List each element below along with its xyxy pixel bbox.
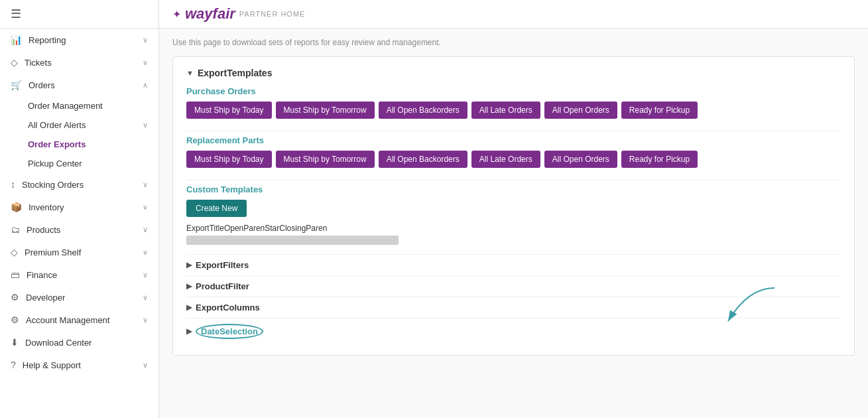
sidebar-item-tickets-label: Tickets: [25, 58, 52, 68]
sidebar-item-order-exports[interactable]: Order Exports: [0, 135, 158, 154]
export-columns-row[interactable]: ▶ ExportColumns: [186, 297, 841, 318]
export-panel: ▼ ExportTemplates Purchase Orders Must S…: [172, 56, 855, 356]
chevron-down-icon: ∨: [143, 121, 148, 129]
sidebar-item-orders[interactable]: 🛒 Orders ∧: [0, 74, 158, 96]
product-filter-label: ProductFilter: [196, 281, 249, 291]
all-open-orders-rp-button[interactable]: All Open Orders: [544, 151, 617, 168]
sidebar-item-finance-label: Finance: [27, 270, 57, 280]
custom-templates-section: Custom Templates Create New ExportTitleO…: [186, 184, 841, 245]
product-filter-row[interactable]: ▶ ProductFilter: [186, 275, 841, 297]
export-columns-label: ExportColumns: [196, 303, 260, 313]
chevron-down-icon: ∨: [143, 271, 148, 279]
export-filters-label: ExportFilters: [196, 260, 249, 270]
must-ship-tomorrow-rp-button[interactable]: Must Ship by Tomorrow: [276, 151, 375, 168]
chevron-down-icon: ∨: [143, 203, 148, 212]
sidebar-item-pickup-center[interactable]: Pickup Center: [0, 154, 158, 173]
sidebar-item-reporting-label: Reporting: [29, 35, 66, 45]
chevron-right-icon: ▶: [186, 327, 192, 336]
chevron-down-icon: ∨: [143, 361, 148, 370]
must-ship-today-po-button[interactable]: Must Ship by Today: [186, 102, 272, 119]
replacement-parts-title: Replacement Parts: [186, 135, 841, 145]
sidebar-item-order-management[interactable]: Order Management: [0, 96, 158, 115]
purchase-orders-buttons: Must Ship by Today Must Ship by Tomorrow…: [186, 102, 841, 119]
finance-icon: 🗃: [11, 269, 20, 280]
premium-shelf-icon: ◇: [11, 247, 18, 257]
content-area: Use this page to download sets of report…: [159, 29, 868, 418]
chevron-down-icon: ∨: [143, 180, 148, 189]
export-templates-header[interactable]: ▼ ExportTemplates: [186, 68, 841, 78]
custom-templates-title: Custom Templates: [186, 184, 841, 194]
wayfair-logo: ✦ wayfair PARTNER HOME: [172, 5, 305, 23]
inventory-icon: 📦: [11, 202, 22, 212]
sidebar-item-reporting[interactable]: 📊 Reporting ∨: [0, 29, 158, 51]
template-bar: [186, 236, 399, 245]
ready-for-pickup-rp-button[interactable]: Ready for Pickup: [621, 151, 698, 168]
sidebar-item-help-support[interactable]: ? Help & Support ∨: [0, 354, 158, 376]
sidebar-item-premium-shelf[interactable]: ◇ Premium Shelf ∨: [0, 241, 158, 263]
sidebar-header: ☰: [0, 0, 158, 29]
sidebar-item-help-label: Help & Support: [23, 360, 81, 370]
sidebar-item-developer[interactable]: ⚙ Developer ∨: [0, 286, 158, 309]
logo-brand: wayfair: [185, 5, 235, 23]
sidebar-item-premium-label: Premium Shelf: [25, 247, 81, 257]
hamburger-icon[interactable]: ☰: [11, 7, 21, 21]
sidebar-item-inventory-label: Inventory: [29, 202, 64, 212]
tickets-icon: ◇: [11, 57, 18, 68]
sidebar-item-orders-label: Orders: [29, 80, 55, 90]
date-selection-container: ▶ DateSelection: [186, 318, 841, 344]
main-area: ✦ wayfair PARTNER HOME Use this page to …: [159, 0, 868, 418]
export-templates-label: ExportTemplates: [198, 68, 273, 78]
sidebar-item-all-order-alerts[interactable]: All Order Alerts ∨: [0, 115, 158, 135]
sidebar-item-developer-label: Developer: [26, 293, 65, 303]
all-open-orders-po-button[interactable]: All Open Orders: [544, 102, 617, 119]
ready-for-pickup-po-button[interactable]: Ready for Pickup: [621, 102, 698, 119]
template-item: ExportTitleOpenParenStarClosingParen: [186, 224, 841, 245]
orders-icon: 🛒: [11, 80, 22, 90]
all-open-backorders-po-button[interactable]: All Open Backorders: [379, 102, 467, 119]
sidebar-item-stocking-orders[interactable]: ↕ Stocking Orders ∨: [0, 173, 158, 196]
products-icon: 🗂: [11, 224, 20, 235]
export-filters-row[interactable]: ▶ ExportFilters: [186, 254, 841, 275]
sidebar-item-account-label: Account Management: [26, 315, 109, 325]
account-icon: ⚙: [11, 314, 19, 325]
sidebar-item-products-label: Products: [27, 225, 60, 235]
reporting-icon: 📊: [11, 35, 22, 45]
replacement-parts-buttons: Must Ship by Today Must Ship by Tomorrow…: [186, 151, 841, 168]
sidebar-item-download-label: Download Center: [25, 338, 92, 348]
help-icon: ?: [11, 360, 16, 370]
sidebar-item-stocking-label: Stocking Orders: [22, 180, 84, 190]
stocking-icon: ↕: [11, 179, 15, 190]
chevron-right-icon: ▶: [186, 303, 192, 312]
logo-partner-label: PARTNER HOME: [239, 10, 306, 18]
download-icon: ⬇: [11, 337, 19, 348]
purchase-orders-title: Purchase Orders: [186, 86, 841, 96]
replacement-parts-section: Replacement Parts Must Ship by Today Mus…: [186, 135, 841, 168]
chevron-right-icon: ▶: [186, 282, 192, 291]
all-late-orders-po-button[interactable]: All Late Orders: [471, 102, 540, 119]
chevron-right-icon: ▶: [186, 261, 192, 269]
sidebar-nav: 📊 Reporting ∨ ◇ Tickets ∨ 🛒 Orders ∧ Ord…: [0, 29, 158, 418]
developer-icon: ⚙: [11, 292, 19, 303]
date-selection-label: DateSelection: [196, 324, 263, 339]
collapse-down-icon: ▼: [186, 69, 194, 77]
create-new-button[interactable]: Create New: [186, 200, 247, 217]
breadcrumb: Use this page to download sets of report…: [172, 35, 855, 50]
sidebar-item-finance[interactable]: 🗃 Finance ∨: [0, 263, 158, 286]
chevron-up-icon: ∧: [143, 81, 148, 90]
sidebar-item-account-management[interactable]: ⚙ Account Management ∨: [0, 309, 158, 331]
all-open-backorders-rp-button[interactable]: All Open Backorders: [379, 151, 467, 168]
sidebar-item-tickets[interactable]: ◇ Tickets ∨: [0, 51, 158, 74]
must-ship-today-rp-button[interactable]: Must Ship by Today: [186, 151, 272, 168]
chevron-down-icon: ∨: [143, 316, 148, 324]
purchase-orders-section: Purchase Orders Must Ship by Today Must …: [186, 86, 841, 119]
template-name: ExportTitleOpenParenStarClosingParen: [186, 224, 841, 233]
sidebar-item-products[interactable]: 🗂 Products ∨: [0, 218, 158, 241]
logo-star-icon: ✦: [172, 8, 181, 21]
all-late-orders-rp-button[interactable]: All Late Orders: [471, 151, 540, 168]
chevron-down-icon: ∨: [143, 36, 148, 44]
must-ship-tomorrow-po-button[interactable]: Must Ship by Tomorrow: [276, 102, 375, 119]
sidebar-item-inventory[interactable]: 📦 Inventory ∨: [0, 196, 158, 218]
sidebar-item-download-center[interactable]: ⬇ Download Center: [0, 331, 158, 354]
chevron-down-icon: ∨: [143, 248, 148, 257]
date-selection-row[interactable]: ▶ DateSelection: [186, 318, 841, 344]
